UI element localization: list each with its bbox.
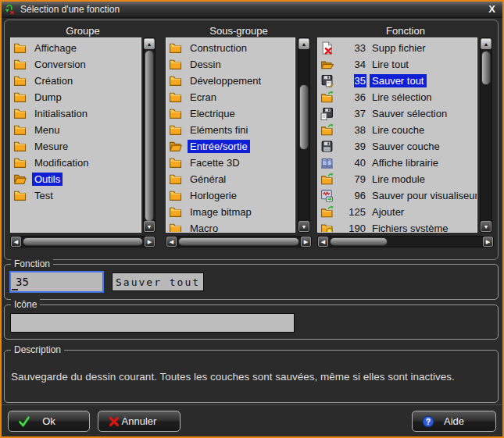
fonction-item[interactable]: 125Ajouter (318, 204, 477, 220)
window-title: Sélection d'une fonction (20, 4, 120, 15)
folder-icon (169, 156, 182, 169)
item-label: Fichiers système (370, 222, 451, 233)
scroll-left-icon[interactable]: ◀ (11, 237, 21, 247)
fonction-header: Fonction (317, 25, 494, 37)
list-item[interactable]: Image bitmap (166, 204, 295, 220)
fonction-item[interactable]: 35Sauver tout (318, 73, 477, 89)
scroll-left-icon[interactable]: ◀ (166, 237, 177, 247)
list-item[interactable]: Création (11, 73, 141, 89)
fonction-item[interactable]: 37Sauver sélection (318, 105, 477, 122)
svg-text:?: ? (426, 417, 431, 426)
list-item[interactable]: Entrée/sortie (166, 138, 295, 155)
scroll-thumb[interactable] (145, 50, 154, 222)
scroll-up-icon[interactable]: ▲ (481, 38, 491, 49)
scroll-thumb[interactable] (330, 237, 388, 246)
description-text: Sauvegarde du dessin courant. Toutes les… (11, 371, 488, 383)
ok-button[interactable]: Ok (8, 411, 90, 432)
fonction-item[interactable]: 39Sauver couche (318, 138, 477, 155)
fonction-item[interactable]: 34Lire tout (318, 56, 477, 73)
item-label: Facette 3D (188, 156, 242, 169)
function-number-input[interactable] (9, 271, 104, 293)
library-icon (320, 156, 334, 169)
scroll-right-icon[interactable]: ▶ (301, 237, 311, 247)
list-item[interactable]: Macro (166, 220, 295, 233)
list-item[interactable]: Affichage (11, 40, 141, 56)
scroll-thumb[interactable] (23, 237, 143, 246)
folder-open-icon (13, 173, 27, 186)
icone-legend: Icône (11, 299, 40, 310)
folder-icon (13, 107, 27, 120)
list-item[interactable]: Construction (166, 40, 295, 56)
folder-icon (13, 123, 27, 137)
item-label: Outils (32, 173, 63, 186)
scroll-left-icon[interactable]: ◀ (318, 237, 328, 247)
function-selection-dialog: Sélection d'une fonction X Groupe Sous-g… (0, 0, 504, 438)
list-item[interactable]: Horlogerie (166, 187, 295, 204)
list-item[interactable]: Dessin (166, 56, 295, 73)
sous-groupe-list[interactable]: ConstructionDessinDéveloppementEcranElec… (166, 37, 295, 233)
item-label: Supp fichier (370, 41, 428, 55)
item-label: Eléments fini (188, 123, 250, 137)
list-item[interactable]: Conversion (11, 56, 141, 73)
folder-icon (169, 41, 182, 55)
fonction-item[interactable]: 38Lire couche (318, 122, 477, 138)
groupe-vscrollbar: ▲ ▼ (143, 37, 155, 233)
item-number: 39 (334, 141, 366, 152)
fonction-item[interactable]: 33Supp fichier (318, 40, 477, 56)
scroll-down-icon[interactable]: ▼ (481, 221, 491, 232)
scroll-up-icon[interactable]: ▲ (144, 38, 155, 49)
list-item[interactable]: Général (166, 171, 295, 187)
fonction-item[interactable]: 36Lire sélection (318, 89, 477, 105)
folder-import-icon (320, 173, 334, 186)
fonction-item[interactable]: 96Sauver pour visualiseur (318, 187, 477, 204)
fonction-item[interactable]: 190Fichiers système (318, 220, 477, 233)
item-label: Sauver pour visualiseur (370, 189, 477, 202)
item-number: 33 (334, 42, 366, 54)
item-label: Menu (32, 123, 63, 137)
list-item[interactable]: Modification (11, 155, 141, 171)
scroll-thumb[interactable] (481, 51, 491, 85)
list-item[interactable]: Ecran (166, 89, 295, 105)
folder-icon (169, 58, 182, 71)
aide-label: Aide (444, 415, 464, 427)
fonction-item[interactable]: 40Affiche librairie (318, 155, 477, 171)
item-label: Sauver couche (370, 140, 442, 153)
list-item[interactable]: Test (11, 187, 141, 204)
item-label: Lire module (370, 173, 427, 186)
scroll-thumb[interactable] (178, 237, 299, 246)
list-item[interactable]: Facette 3D (166, 155, 295, 171)
annuler-button[interactable]: Annuler (98, 411, 181, 432)
list-item[interactable]: Développement (166, 73, 295, 89)
item-label: Modification (32, 156, 91, 169)
item-label: Ecran (188, 91, 219, 104)
groupe-list[interactable]: AffichageConversionCréationDumpInitialis… (10, 37, 141, 233)
list-item[interactable]: Electrique (166, 105, 295, 122)
fonction-legend: Fonction (11, 258, 53, 269)
list-item[interactable]: Mesure (11, 138, 141, 155)
list-item[interactable]: Menu (11, 122, 141, 138)
folder-icon (169, 123, 182, 137)
aide-button[interactable]: ? Aide (412, 411, 496, 432)
item-number: 36 (334, 91, 366, 103)
function-select-icon (4, 4, 16, 16)
scroll-down-icon[interactable]: ▼ (144, 221, 155, 232)
fonction-item[interactable]: 79Lire module (318, 171, 477, 187)
scroll-right-icon[interactable]: ▶ (483, 237, 493, 247)
save-page-icon (320, 107, 334, 120)
scroll-thumb[interactable] (299, 84, 309, 150)
list-item[interactable]: Dump (11, 89, 141, 105)
icone-input[interactable] (10, 313, 295, 333)
scroll-down-icon[interactable]: ▼ (298, 221, 309, 232)
scroll-right-icon[interactable]: ▶ (145, 237, 155, 247)
titlebar[interactable]: Sélection d'une fonction X (2, 2, 502, 18)
list-item[interactable]: Eléments fini (166, 122, 295, 138)
item-label: Lire tout (370, 58, 411, 71)
scroll-up-icon[interactable]: ▲ (298, 38, 309, 49)
close-button[interactable]: X (488, 3, 495, 15)
sous-groupe-vscrollbar: ▲ ▼ (298, 37, 310, 233)
folder-import-icon (320, 205, 334, 219)
list-item[interactable]: Initialisation (11, 105, 141, 122)
fonction-list[interactable]: 33Supp fichier34Lire tout35Sauver tout36… (317, 37, 477, 233)
fonction-hscrollbar: ◀ ▶ (317, 236, 494, 247)
list-item[interactable]: Outils (11, 171, 141, 187)
